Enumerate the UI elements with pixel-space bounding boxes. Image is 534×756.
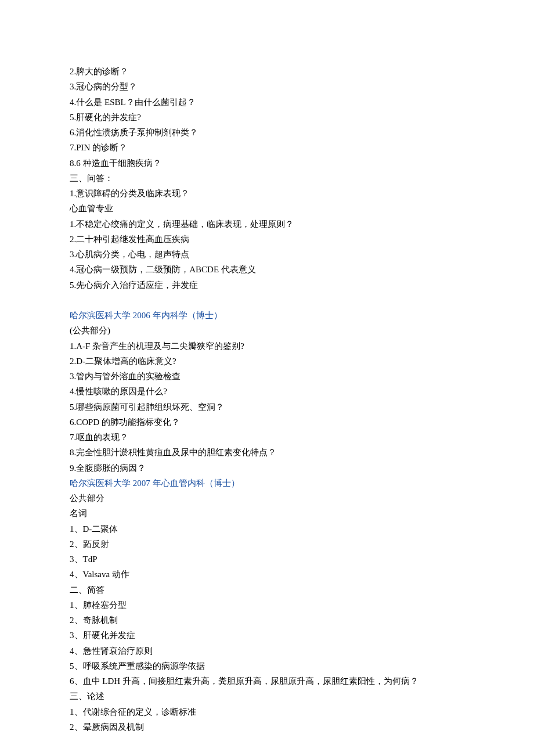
text-line: 9.全腹膨胀的病因？ [70,460,464,476]
text-line: 8.完全性胆汁淤积性黄疸血及尿中的胆红素变化特点？ [70,445,464,460]
text-line: 3、肝硬化并发症 [70,628,464,643]
text-line: 2、跖反射 [70,537,464,552]
text-line: 8.6 种造血干细胞疾病？ [70,156,464,171]
heading-line: 哈尔滨医科大学 2006 年内科学（博士） [70,308,464,323]
text-line: 3.心肌病分类，心电，超声特点 [70,247,464,262]
text-line: 5.肝硬化的并发症? [70,110,464,125]
text-line: 6、血中 LDH 升高，间接胆红素升高，粪胆原升高，尿胆原升高，尿胆红素阳性，为… [70,674,464,689]
text-line: 1.意识障碍的分类及临床表现？ [70,186,464,201]
text-line: 2.D-二聚体增高的临床意义? [70,354,464,369]
text-line [70,293,464,308]
text-line: 5、呼吸系统严重感染的病源学依据 [70,658,464,674]
text-line: 7.呕血的表现？ [70,430,464,445]
text-line: 3.冠心病的分型？ [70,79,464,94]
text-line: 6.COPD 的肺功能指标变化？ [70,415,464,430]
text-line: 三、问答： [70,171,464,186]
text-line: 4.慢性咳嗽的原因是什么? [70,384,464,399]
text-line: 3.管内与管外溶血的实验检查 [70,369,464,384]
text-line: 4.什么是 ESBL？由什么菌引起？ [70,95,464,110]
text-line: 4、Valsava 动作 [70,567,464,582]
text-line: 心血管专业 [70,201,464,216]
text-line: 5.哪些病原菌可引起肺组织坏死、空洞？ [70,399,464,415]
text-line: 3、TdP [70,552,464,567]
text-line: 1.不稳定心绞痛的定义，病理基础，临床表现，处理原则？ [70,217,464,232]
text-line: 6.消化性溃疡质子泵抑制剂种类？ [70,125,464,140]
text-line: 7.PIN 的诊断？ [70,140,464,155]
text-line: 2.脾大的诊断？ [70,64,464,79]
text-line: 公共部分 [70,491,464,506]
text-line: 二、简答 [70,582,464,597]
text-line: 4.冠心病一级预防，二级预防，ABCDE 代表意义 [70,262,464,277]
text-line: 1、D-二聚体 [70,521,464,537]
text-line: 三、论述 [70,689,464,704]
text-line: 1、代谢综合征的定义，诊断标准 [70,704,464,719]
text-line: 2.二十种引起继发性高血压疾病 [70,232,464,247]
text-line: 2、晕厥病因及机制 [70,719,464,735]
text-line: (公共部分) [70,323,464,338]
text-line: 1.A-F 杂音产生的机理及与二尖瓣狭窄的鉴别? [70,339,464,354]
document-content: 2.脾大的诊断？3.冠心病的分型？4.什么是 ESBL？由什么菌引起？5.肝硬化… [70,64,464,735]
text-line: 2、奇脉机制 [70,613,464,628]
text-line: 4、急性肾衰治疗原则 [70,643,464,658]
text-line: 1、肺栓塞分型 [70,597,464,613]
text-line: 名词 [70,506,464,521]
text-line: 5.先心病介入治疗适应症，并发症 [70,278,464,293]
heading-line: 哈尔滨医科大学 2007 年心血管内科（博士） [70,476,464,491]
